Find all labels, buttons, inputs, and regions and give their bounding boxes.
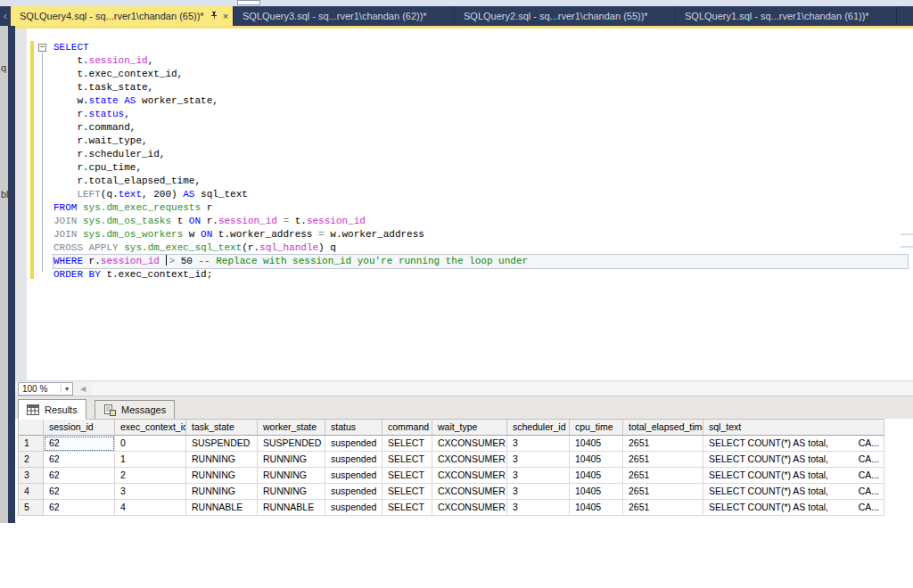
- horizontal-scrollbar[interactable]: [92, 383, 913, 395]
- code-line: t.session_id,: [53, 54, 908, 68]
- document-tab[interactable]: SQLQuery3.sql - sq...rver1\chandan (62))…: [234, 6, 455, 26]
- grid-cell[interactable]: 3: [507, 436, 570, 452]
- grid-cell[interactable]: 3: [115, 484, 186, 500]
- column-header-status[interactable]: status: [325, 420, 382, 436]
- grid-cell[interactable]: CXCONSUMER: [432, 484, 507, 500]
- grid-cell-sql-text[interactable]: SELECT COUNT(*) AS total,CA...: [703, 468, 884, 484]
- grid-cell[interactable]: CXCONSUMER: [432, 500, 507, 516]
- column-header-command[interactable]: command: [382, 420, 432, 436]
- column-header-scheduler_id[interactable]: scheduler_id: [507, 420, 570, 436]
- code-area[interactable]: SELECT t.session_id, t.exec_context_id, …: [53, 41, 908, 282]
- grid-cell[interactable]: 3: [507, 468, 570, 484]
- grid-cell-sql-text[interactable]: SELECT COUNT(*) AS total,CA...: [703, 484, 884, 500]
- grid-cell[interactable]: suspended: [325, 500, 382, 516]
- grid-cell[interactable]: RUNNING: [258, 452, 325, 468]
- grid-cell[interactable]: 2651: [623, 436, 703, 452]
- grid-cell[interactable]: 2651: [623, 500, 703, 516]
- grid-cell[interactable]: 2651: [623, 452, 703, 468]
- column-header-total_elapsed_time[interactable]: total_elapsed_time: [623, 420, 703, 436]
- pin-icon[interactable]: [210, 12, 218, 20]
- clipped-panel-label-top: q: [1, 62, 6, 73]
- grid-cell[interactable]: RUNNABLE: [186, 500, 258, 516]
- grid-cell[interactable]: 10405: [570, 468, 623, 484]
- grid-corner-header[interactable]: [19, 420, 44, 436]
- tab-label: SQLQuery1.sql - sq...rver1\chandan (61))…: [685, 11, 869, 21]
- grid-cell-sql-text[interactable]: SELECT COUNT(*) AS total,CA...: [703, 436, 884, 452]
- grid-cell[interactable]: 62: [44, 436, 115, 452]
- grid-cell[interactable]: 2: [115, 468, 186, 484]
- document-tab[interactable]: SQLQuery2.sql - sq...rver1\chandan (55))…: [455, 6, 676, 26]
- grid-cell[interactable]: SELECT: [382, 484, 432, 500]
- grid-cell[interactable]: 1: [115, 452, 186, 468]
- grid-cell[interactable]: RUNNING: [258, 484, 325, 500]
- grid-cell[interactable]: 10405: [570, 436, 623, 452]
- document-tab[interactable]: SQLQuery1.sql - sq...rver1\chandan (61))…: [676, 6, 897, 26]
- grid-cell[interactable]: 62: [44, 500, 115, 516]
- grid-cell[interactable]: SUSPENDED: [258, 436, 325, 452]
- grid-cell[interactable]: CXCONSUMER: [432, 468, 507, 484]
- tab-scroll-left-button[interactable]: ‹: [0, 6, 11, 26]
- zoom-dropdown[interactable]: 100 % ▾: [18, 382, 73, 396]
- row-number[interactable]: 3: [19, 468, 44, 484]
- sql-editor[interactable]: − SELECT t.session_id, t.exec_context_id…: [15, 29, 913, 380]
- column-header-task_state[interactable]: task_state: [186, 420, 258, 436]
- grid-cell[interactable]: suspended: [325, 484, 382, 500]
- grid-cell[interactable]: 3: [507, 500, 570, 516]
- column-header-sql_text[interactable]: sql_text: [703, 420, 884, 436]
- grid-cell[interactable]: CXCONSUMER: [432, 436, 507, 452]
- grid-cell[interactable]: SELECT: [382, 468, 432, 484]
- grid-cell[interactable]: 2651: [623, 468, 703, 484]
- tab-messages[interactable]: Messages: [95, 400, 175, 420]
- column-header-cpu_time[interactable]: cpu_time: [570, 420, 623, 436]
- tab-results[interactable]: Results: [18, 399, 86, 420]
- row-number[interactable]: 5: [19, 500, 44, 516]
- grid-cell-sql-text[interactable]: SELECT COUNT(*) AS total,CA...: [703, 500, 884, 516]
- grid-cell[interactable]: 62: [44, 452, 115, 468]
- code-fold-collapse-icon[interactable]: −: [38, 44, 46, 52]
- grid-cell[interactable]: 4: [115, 500, 186, 516]
- row-number[interactable]: 1: [19, 436, 44, 452]
- code-line: SELECT: [53, 41, 908, 54]
- hscroll-left-arrow-icon[interactable]: ◀: [80, 385, 86, 393]
- document-tab[interactable]: SQLQuery4.sql - sq...rver1\chandan (65))…: [11, 6, 234, 26]
- grid-cell[interactable]: suspended: [325, 436, 382, 452]
- grid-cell[interactable]: 3: [507, 452, 570, 468]
- row-number[interactable]: 2: [19, 452, 44, 468]
- column-header-worker_state[interactable]: worker_state: [258, 420, 325, 436]
- row-number[interactable]: 4: [19, 484, 44, 500]
- grid-cell[interactable]: SELECT: [382, 452, 432, 468]
- zoom-value: 100 %: [19, 384, 61, 394]
- scrollbar-annotation: [901, 246, 913, 248]
- grid-cell[interactable]: 62: [44, 468, 115, 484]
- toolbar-edge-strip: [0, 0, 913, 6]
- grid-cell[interactable]: SELECT: [382, 500, 432, 516]
- code-line: FROM sys.dm_exec_requests r: [53, 201, 908, 215]
- grid-cell[interactable]: CXCONSUMER: [432, 452, 507, 468]
- grid-cell[interactable]: 0: [115, 436, 186, 452]
- grid-cell[interactable]: RUNNING: [186, 452, 258, 468]
- grid-cell[interactable]: RUNNING: [186, 468, 258, 484]
- grid-cell[interactable]: 62: [44, 484, 115, 500]
- column-header-session_id[interactable]: session_id: [44, 420, 115, 436]
- grid-cell[interactable]: 10405: [570, 452, 623, 468]
- grid-cell[interactable]: RUNNING: [186, 484, 258, 500]
- close-icon[interactable]: ×: [223, 12, 228, 21]
- grid-cell[interactable]: suspended: [325, 468, 382, 484]
- table-row: 2621RUNNINGRUNNINGsuspendedSELECTCXCONSU…: [19, 452, 884, 468]
- grid-cell[interactable]: RUNNING: [258, 468, 325, 484]
- grid-cell[interactable]: 10405: [570, 500, 623, 516]
- grid-cell[interactable]: suspended: [325, 452, 382, 468]
- grid-cell[interactable]: 3: [507, 484, 570, 500]
- column-header-wait_type[interactable]: wait_type: [432, 420, 507, 436]
- grid-cell[interactable]: SELECT: [382, 436, 432, 452]
- code-line: r.command,: [53, 121, 908, 135]
- grid-cell[interactable]: SUSPENDED: [186, 436, 258, 452]
- toolbar-edge-button[interactable]: [237, 0, 260, 5]
- column-header-exec_context_id[interactable]: exec_context_id: [115, 420, 186, 436]
- grid-cell[interactable]: 2651: [623, 484, 703, 500]
- grid-cell[interactable]: RUNNABLE: [258, 500, 325, 516]
- window-edge-bar: [8, 26, 15, 523]
- grid-cell-sql-text[interactable]: SELECT COUNT(*) AS total,CA...: [703, 452, 884, 468]
- table-row: 3622RUNNINGRUNNINGsuspendedSELECTCXCONSU…: [19, 468, 884, 484]
- grid-cell[interactable]: 10405: [570, 484, 623, 500]
